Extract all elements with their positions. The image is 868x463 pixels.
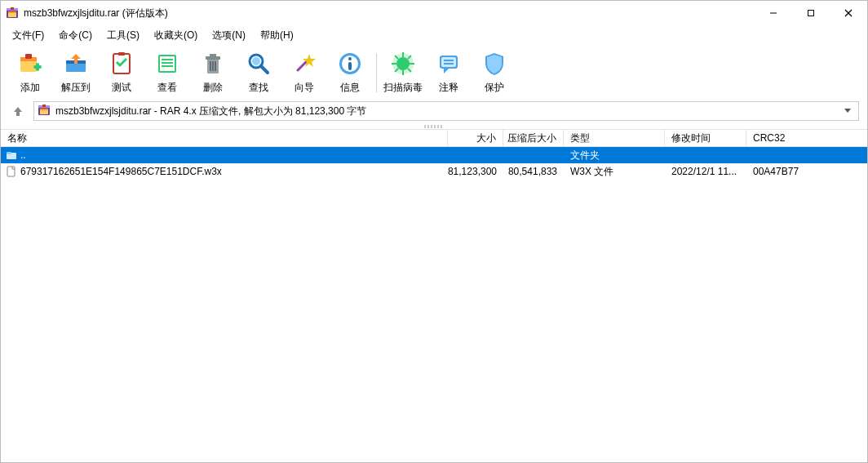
toolbar-virusscan[interactable]: 扫描病毒: [380, 49, 426, 96]
path-text: mszb3bfwzxjlsjditu.rar - RAR 4.x 压缩文件, 解…: [55, 105, 835, 118]
toolbar-virusscan-label: 扫描病毒: [383, 81, 423, 95]
toolbar-add[interactable]: 添加: [7, 49, 53, 96]
svg-rect-11: [25, 54, 32, 59]
toolbar-view[interactable]: 查看: [144, 49, 190, 96]
file-name: ..: [20, 149, 26, 161]
svg-rect-61: [7, 167, 15, 176]
toolbar-find-label: 查找: [249, 81, 268, 95]
archive-icon: [38, 104, 51, 119]
svg-marker-52: [444, 69, 449, 73]
menu-tools[interactable]: 工具(S): [100, 27, 146, 44]
svg-rect-56: [40, 109, 48, 110]
toolbar-comment[interactable]: 注释: [426, 49, 472, 96]
cell-name: ..: [1, 149, 448, 161]
svg-rect-60: [7, 152, 11, 154]
toolbar-info-label: 信息: [340, 81, 360, 95]
menu-help[interactable]: 帮助(H): [254, 27, 300, 44]
window-controls: [755, 1, 867, 25]
col-packed[interactable]: 压缩后大小: [503, 130, 564, 146]
protect-icon: [481, 51, 507, 79]
svg-rect-57: [42, 105, 46, 107]
toolbar-find[interactable]: 查找: [236, 49, 281, 96]
list-item[interactable]: 679317162651E154F149865C7E151DCF.w3x81,1…: [1, 163, 867, 180]
delete-icon: [200, 51, 226, 79]
cell-name: 679317162651E154F149865C7E151DCF.w3x: [1, 166, 448, 177]
maximize-button[interactable]: [792, 1, 830, 25]
window-title: mszb3bfwzxjlsjditu.rar (评估版本): [24, 7, 755, 20]
app-icon: [6, 7, 19, 20]
extract-icon: [63, 51, 89, 79]
toolbar-test[interactable]: 测试: [99, 49, 144, 96]
svg-line-31: [261, 66, 268, 73]
file-name: 679317162651E154F149865C7E151DCF.w3x: [20, 166, 222, 177]
svg-rect-13: [36, 63, 39, 71]
svg-rect-6: [808, 11, 814, 16]
menu-favorites[interactable]: 收藏夹(O): [148, 27, 204, 44]
menu-command[interactable]: 命令(C): [52, 27, 99, 44]
cell-crc32: 00A47B77: [746, 166, 867, 177]
cell-packed: 80,541,833: [503, 166, 564, 177]
svg-rect-37: [348, 62, 352, 70]
svg-point-30: [252, 57, 260, 65]
toolbar-wizard[interactable]: 向导: [281, 49, 327, 96]
file-list[interactable]: ..文件夹679317162651E154F149865C7E151DCF.w3…: [1, 147, 867, 462]
info-icon: [337, 51, 363, 79]
toolbar-view-label: 查看: [157, 81, 177, 95]
col-modified[interactable]: 修改时间: [665, 130, 746, 146]
toolbar: 添加 解压到 测试: [1, 47, 867, 100]
svg-point-36: [348, 57, 352, 60]
close-button[interactable]: [830, 1, 867, 25]
minimize-button[interactable]: [755, 1, 792, 25]
wizard-icon: [291, 51, 317, 79]
menu-bar: 文件(F) 命令(C) 工具(S) 收藏夹(O) 选项(N) 帮助(H): [1, 25, 867, 47]
list-item[interactable]: ..文件夹: [1, 147, 867, 163]
title-bar: mszb3bfwzxjlsjditu.rar (评估版本): [1, 1, 867, 25]
toolbar-separator: [376, 53, 377, 92]
svg-point-39: [396, 57, 410, 70]
add-icon: [17, 51, 43, 79]
up-button[interactable]: [9, 102, 27, 120]
toolbar-delete[interactable]: 删除: [190, 49, 236, 96]
dropdown-icon[interactable]: [840, 105, 855, 117]
toolbar-protect[interactable]: 保护: [472, 49, 517, 96]
toolbar-comment-label: 注释: [439, 81, 458, 95]
toolbar-test-label: 测试: [112, 81, 131, 95]
menu-file[interactable]: 文件(F): [6, 27, 51, 44]
svg-rect-17: [118, 52, 125, 56]
toolbar-add-label: 添加: [20, 81, 40, 95]
svg-rect-4: [11, 7, 14, 10]
cell-type: W3X 文件: [564, 165, 665, 179]
svg-marker-58: [844, 109, 851, 113]
toolbar-delete-label: 删除: [203, 81, 223, 95]
svg-rect-24: [206, 56, 220, 60]
col-crc32[interactable]: CRC32: [746, 130, 867, 146]
test-icon: [108, 51, 135, 79]
svg-rect-25: [210, 54, 216, 56]
path-bar: mszb3bfwzxjlsjditu.rar - RAR 4.x 压缩文件, 解…: [1, 100, 867, 124]
col-name[interactable]: 名称: [1, 130, 448, 146]
view-icon: [154, 51, 180, 79]
find-icon: [246, 51, 272, 79]
toolbar-protect-label: 保护: [485, 81, 504, 95]
cell-size: 81,123,300: [448, 166, 503, 177]
toolbar-extract[interactable]: 解压到: [53, 49, 99, 96]
cell-modified: 2022/12/1 11...: [665, 166, 746, 177]
comment-icon: [436, 51, 462, 79]
menu-options[interactable]: 选项(N): [206, 27, 252, 44]
cell-type: 文件夹: [564, 149, 665, 162]
column-headers: 名称 大小 压缩后大小 类型 修改时间 CRC32: [1, 129, 867, 147]
virusscan-icon: [390, 51, 416, 79]
col-size[interactable]: 大小: [448, 130, 503, 146]
svg-rect-3: [8, 11, 16, 13]
col-type[interactable]: 类型: [564, 130, 665, 146]
toolbar-info[interactable]: 信息: [327, 49, 373, 96]
toolbar-wizard-label: 向导: [294, 81, 314, 95]
toolbar-extract-label: 解压到: [61, 81, 91, 95]
path-field[interactable]: mszb3bfwzxjlsjditu.rar - RAR 4.x 压缩文件, 解…: [33, 101, 859, 121]
svg-rect-49: [441, 57, 456, 67]
